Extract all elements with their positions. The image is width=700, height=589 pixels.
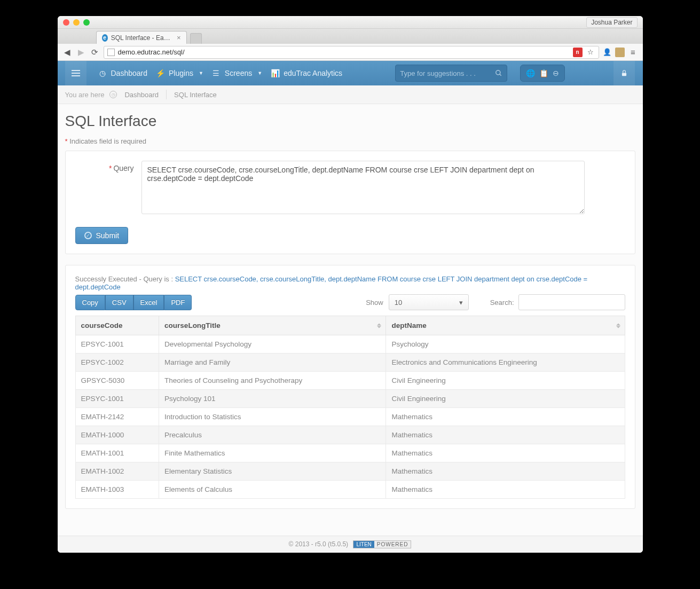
required-note: * Indicates field is required xyxy=(65,137,635,145)
sort-icon xyxy=(377,323,381,328)
nav-item-screens[interactable]: ☰Screens▼ xyxy=(208,61,266,85)
hamburger-icon xyxy=(72,70,80,76)
table-cell: Finite Mathematics xyxy=(159,444,386,462)
table-cell: Psychology 101 xyxy=(159,390,386,408)
table-cell: EPSYC-1002 xyxy=(75,354,159,372)
clipboard-icon[interactable]: 📋 xyxy=(539,69,548,77)
export-pdf-button[interactable]: PDF xyxy=(164,295,192,310)
search-label: Search: xyxy=(490,299,514,307)
back-button[interactable]: ◀ xyxy=(62,47,73,58)
favicon-icon: e xyxy=(102,34,108,42)
nav-item-plugins[interactable]: ⚡Plugins▼ xyxy=(152,61,208,85)
tab-title: SQL Interface - Eastbound xyxy=(111,34,171,42)
table-cell: EMATH-1002 xyxy=(75,462,159,481)
browser-profile-chip[interactable]: Joshua Parker xyxy=(586,17,637,28)
page-icon xyxy=(107,49,115,56)
suggestions-search[interactable] xyxy=(395,65,507,82)
reload-button[interactable]: ⟳ xyxy=(90,47,100,58)
chevron-down-icon: ▼ xyxy=(257,70,262,76)
table-cell: Developmental Psychology xyxy=(159,335,386,354)
lock-icon xyxy=(620,69,628,77)
new-tab-button[interactable] xyxy=(190,33,202,44)
forward-button[interactable]: ▶ xyxy=(76,47,86,58)
bookmark-star-icon[interactable]: ☆ xyxy=(586,48,595,57)
nav-item-edutrac-analytics[interactable]: 📊eduTrac Analytics xyxy=(266,61,347,85)
browser-tab[interactable]: e SQL Interface - Eastbound × xyxy=(96,31,187,44)
column-deptName[interactable]: deptName xyxy=(386,316,625,335)
table-cell: Civil Engineering xyxy=(386,372,625,390)
close-window-button[interactable] xyxy=(63,19,69,26)
result-status: Successly Executed - Query is : SELECT c… xyxy=(75,275,625,291)
table-row: EMATH-1002Elementary StatisticsMathemati… xyxy=(75,462,625,481)
table-row: EMATH-1003Elements of CalculusMathematic… xyxy=(75,481,625,499)
browser-toolbar: ◀ ▶ ⟳ demo.edutrac.net/sql/ n ☆ 👤 ≡ xyxy=(58,44,643,61)
chart-icon: 📊 xyxy=(271,69,279,77)
search-icon[interactable] xyxy=(495,69,502,77)
nav-item-dashboard[interactable]: ◷Dashboard xyxy=(94,61,152,85)
table-search-input[interactable] xyxy=(518,294,625,310)
table-cell: Mathematics xyxy=(386,408,625,426)
page-title: SQL Interface xyxy=(65,113,635,130)
gauge-icon: ◷ xyxy=(98,69,107,77)
table-row: EPSYC-1002Marriage and FamilyElectronics… xyxy=(75,354,625,372)
window-titlebar: Joshua Parker xyxy=(58,16,643,29)
lock-button[interactable] xyxy=(614,61,635,85)
status-pill: 🌐 📋 ⊖ xyxy=(520,65,565,82)
export-csv-button[interactable]: CSV xyxy=(105,295,133,310)
table-cell: Theories of Counseling and Psychotherapy xyxy=(159,372,386,390)
table-cell: Mathematics xyxy=(386,426,625,444)
table-row: EMATH-1001Finite MathematicsMathematics xyxy=(75,444,625,462)
suggestions-input[interactable] xyxy=(400,69,495,77)
check-circle-icon: ✓ xyxy=(84,232,92,239)
minus-circle-icon[interactable]: ⊖ xyxy=(553,69,559,77)
zoom-window-button[interactable] xyxy=(83,19,90,26)
chevron-down-icon: ▾ xyxy=(459,299,463,307)
url-actions: n ☆ xyxy=(573,48,595,57)
globe-icon[interactable]: 🌐 xyxy=(526,69,535,77)
table-row: EPSYC-1001Developmental PsychologyPsycho… xyxy=(75,335,625,354)
column-courseLongTitle[interactable]: courseLongTitle xyxy=(159,316,386,335)
powered-badge: LITENPOWERED xyxy=(353,540,411,548)
submit-button[interactable]: ✓ Submit xyxy=(75,227,129,244)
table-cell: EPSYC-1001 xyxy=(75,390,159,408)
breadcrumb-link-dashboard[interactable]: Dashboard xyxy=(124,91,159,99)
traffic-lights xyxy=(63,19,90,26)
svg-rect-2 xyxy=(622,73,626,76)
query-textarea[interactable] xyxy=(141,161,585,214)
table-row: GPSYC-5030Theories of Counseling and Psy… xyxy=(75,372,625,390)
extension-icon-2[interactable]: 👤 xyxy=(602,48,612,57)
results-toolbar: CopyCSVExcelPDF Show 10▾ Search: xyxy=(75,294,625,310)
table-row: EMATH-2142Introduction to StatisticsMath… xyxy=(75,408,625,426)
list-icon: ☰ xyxy=(212,69,221,77)
table-cell: Mathematics xyxy=(386,481,625,499)
table-cell: Elements of Calculus xyxy=(159,481,386,499)
results-table: courseCodecourseLongTitledeptName EPSYC-… xyxy=(75,316,625,499)
plug-icon: ⚡ xyxy=(156,69,164,77)
breadcrumb: You are here ◷ Dashboard SQL Interface xyxy=(58,85,643,104)
sidebar-toggle-button[interactable] xyxy=(65,61,86,85)
url-bar[interactable]: demo.edutrac.net/sql/ n ☆ xyxy=(104,46,599,59)
url-text: demo.edutrac.net/sql/ xyxy=(118,48,185,56)
table-cell: Marriage and Family xyxy=(159,354,386,372)
page-footer: © 2013 - r5.0 (t5.0.5) LITENPOWERED xyxy=(58,536,643,553)
close-tab-icon[interactable]: × xyxy=(177,34,181,42)
extension-icon-1[interactable]: n xyxy=(573,48,583,57)
export-excel-button[interactable]: Excel xyxy=(133,295,164,310)
browser-menu-icon[interactable]: ≡ xyxy=(628,47,639,58)
show-entries-select[interactable]: 10▾ xyxy=(389,294,469,310)
breadcrumb-current: SQL Interface xyxy=(174,91,217,99)
table-row: EMATH-1000PrecalculusMathematics xyxy=(75,426,625,444)
table-row: EPSYC-1001Psychology 101Civil Engineerin… xyxy=(75,390,625,408)
minimize-window-button[interactable] xyxy=(73,19,80,26)
page-content: SQL Interface * Indicates field is requi… xyxy=(58,104,643,536)
table-cell: Elementary Statistics xyxy=(159,462,386,481)
table-cell: Introduction to Statistics xyxy=(159,408,386,426)
results-panel: Successly Executed - Query is : SELECT c… xyxy=(65,265,635,509)
table-cell: Mathematics xyxy=(386,462,625,481)
app-window: Joshua Parker e SQL Interface - Eastboun… xyxy=(58,16,643,553)
svg-point-0 xyxy=(496,70,500,75)
export-copy-button[interactable]: Copy xyxy=(75,295,105,310)
table-cell: Psychology xyxy=(386,335,625,354)
extension-icon-3[interactable] xyxy=(615,48,625,57)
column-courseCode[interactable]: courseCode xyxy=(75,316,159,335)
